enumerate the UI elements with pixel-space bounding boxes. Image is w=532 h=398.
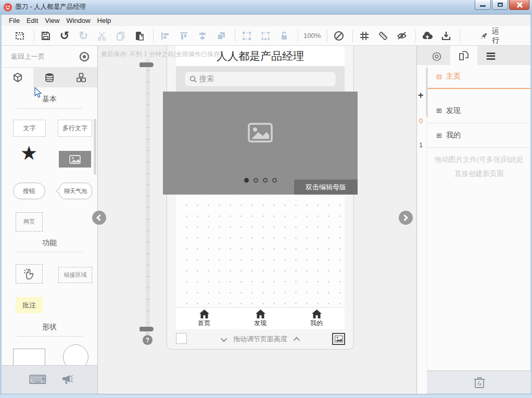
phone-footer-strip: 拖动调节页面高度 [167, 329, 353, 350]
maximize-icon [498, 3, 503, 7]
home-icon [199, 310, 209, 318]
tab-components[interactable] [2, 68, 33, 87]
group-icon[interactable] [240, 30, 253, 42]
hide-preview-icon[interactable] [396, 30, 408, 42]
keyboard-icon[interactable]: ⌨ [29, 373, 47, 387]
trash-icon[interactable] [474, 376, 485, 389]
phone-tab-bar: 首页 发现 我的 [176, 307, 345, 329]
grid-icon[interactable] [358, 30, 371, 42]
tree-expand-icon[interactable]: ⊞ [436, 132, 442, 139]
tree-expand-icon[interactable]: ⊞ [436, 107, 442, 114]
component-button[interactable]: 按钮 [13, 183, 45, 199]
ungroup-icon[interactable] [259, 30, 272, 42]
lock-icon[interactable] [278, 30, 290, 42]
ruler-bottom-handle[interactable] [140, 327, 154, 331]
height-adjust-control[interactable]: 拖动调节页面高度 [167, 335, 353, 344]
page-image-button[interactable] [332, 333, 345, 345]
carousel-dot[interactable] [244, 178, 249, 183]
menu-view[interactable]: View [45, 17, 59, 24]
paste-icon[interactable] [133, 30, 146, 42]
search-section[interactable]: 搜索 [176, 67, 345, 92]
align-top-icon[interactable] [178, 30, 190, 42]
back-to-parent-button[interactable]: 返回上一页 [2, 46, 97, 68]
menu-edit[interactable]: Edit [27, 17, 38, 24]
run-button[interactable]: 运行 [480, 27, 502, 45]
tree-collapse-icon[interactable]: ⊟ [436, 73, 442, 81]
canvas[interactable]: 最后保存: 不到 1 分钟之前(全部操作已保存) ? 人人都是产品经理 搜索 [98, 46, 416, 394]
orientation-icon[interactable] [333, 30, 345, 42]
bring-front-icon[interactable] [215, 30, 227, 42]
distribute-icon[interactable] [196, 30, 209, 42]
nav-item-discover[interactable]: 发现 [232, 307, 288, 329]
undo-icon[interactable]: ↺ [58, 30, 71, 42]
page-height-ruler[interactable] [146, 59, 150, 335]
zoom-level[interactable]: 100% [303, 32, 321, 40]
menu-window[interactable]: Window [66, 17, 90, 24]
sidebar-scrollbar[interactable] [94, 119, 96, 175]
component-chat-bubble[interactable]: 聊天气泡 [59, 183, 92, 199]
tab-pages[interactable] [450, 46, 477, 65]
page-row-home[interactable]: ⊟ 主页 [427, 65, 531, 89]
component-webpage[interactable]: 网页 [16, 212, 43, 232]
page-row-mine[interactable]: ⊞ 我的 [427, 123, 531, 148]
maximize-button[interactable] [492, 0, 508, 10]
help-button[interactable]: ? [143, 335, 153, 345]
trash-bar [427, 370, 531, 394]
menu-help[interactable]: Help [97, 17, 111, 24]
right-sidebar: ◎ ≡ + 0 1 ⊟ 主页 ⊞ 发现 ⊞ 我的 拖动图片文件(可多张)到此处 … [416, 46, 530, 394]
ruler-top-handle[interactable] [140, 62, 154, 67]
page-label: 我的 [446, 131, 461, 140]
tab-flow[interactable]: ◎ [423, 46, 450, 65]
component-note[interactable]: 批注 [16, 297, 43, 313]
align-left-icon[interactable] [159, 30, 171, 42]
close-button[interactable] [509, 0, 529, 10]
collapse-left-panel-button[interactable] [92, 211, 106, 225]
collapse-right-panel-button[interactable] [399, 211, 413, 225]
empty-dotted-area[interactable] [176, 195, 345, 307]
carousel-dot[interactable] [263, 178, 268, 183]
copy-icon[interactable] [115, 30, 127, 42]
cut-icon[interactable] [96, 30, 108, 42]
phone-frame[interactable]: 人人都是产品经理 搜索 双击编辑母版 [167, 46, 354, 350]
import-icon[interactable] [440, 30, 452, 42]
menu-file[interactable]: File [9, 17, 20, 24]
carousel-dot[interactable] [254, 178, 258, 183]
page-row-discover[interactable]: ⊞ 发现 [427, 98, 531, 123]
save-icon[interactable] [40, 30, 52, 42]
minimize-button[interactable] [475, 0, 491, 10]
edit-master-badge[interactable]: 双击编辑母版 [294, 179, 358, 195]
component-click-hotspot[interactable] [16, 264, 43, 284]
chevron-up-icon[interactable] [294, 337, 300, 343]
app-logo-icon [4, 3, 12, 11]
ruler-icon[interactable] [377, 30, 389, 42]
component-image[interactable] [59, 151, 91, 168]
target-icon: ◎ [432, 49, 441, 62]
star-icon[interactable]: ★ [20, 144, 37, 163]
save-status: 最后保存: 不到 1 分钟之前(全部操作已保存) [101, 50, 222, 59]
target-icon[interactable] [79, 51, 90, 62]
carousel-master[interactable]: 双击编辑母版 [163, 92, 358, 195]
toolbar-separator [298, 30, 298, 42]
search-input[interactable]: 搜索 [184, 71, 336, 87]
nav-item-mine[interactable]: 我的 [288, 307, 345, 329]
phone-screen[interactable]: 人人都是产品经理 搜索 双击编辑母版 [176, 46, 345, 329]
nav-item-home[interactable]: 首页 [176, 307, 232, 329]
redo-icon[interactable]: ↻ [77, 30, 90, 42]
component-text[interactable]: 文字 [13, 120, 46, 137]
tab-icon-library[interactable] [33, 68, 65, 87]
megaphone-icon[interactable] [61, 374, 74, 386]
component-rectangle[interactable] [13, 349, 45, 366]
tab-menu[interactable]: ≡ [477, 46, 504, 65]
pages-icon [459, 50, 469, 61]
tab-widget-groups[interactable] [66, 68, 97, 87]
canvas-pan-icon[interactable] [14, 30, 27, 42]
chevron-down-icon[interactable] [221, 335, 227, 342]
chat-bubble-tail [55, 188, 60, 194]
cloud-upload-icon[interactable] [421, 30, 434, 42]
add-screen-button[interactable]: + [418, 90, 424, 101]
carousel-dot[interactable] [272, 178, 277, 183]
hamburger-icon: ≡ [485, 48, 497, 63]
window-title: 墨刀 - 人人都是产品经理 [15, 3, 86, 11]
component-multiline-text[interactable]: 多行文字 [58, 120, 92, 137]
component-link-area[interactable]: 链接区域 [58, 267, 92, 283]
